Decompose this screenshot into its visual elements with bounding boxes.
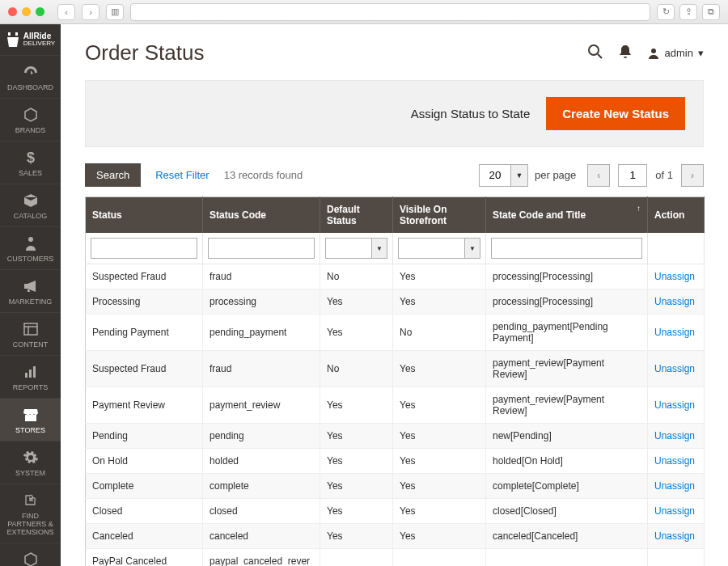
table-row[interactable]: PendingpendingYesYesnew[Pending]Unassign [86, 424, 705, 449]
sidebar-item-dashboard[interactable]: DASHBOARD [0, 55, 61, 98]
table-row[interactable]: Suspected FraudfraudNoYespayment_review[… [86, 351, 705, 387]
cell-status: Processing [86, 289, 203, 315]
unassign-link[interactable]: Unassign [654, 530, 695, 542]
search-icon[interactable] [587, 44, 603, 62]
table-row[interactable]: Pending Paymentpending_paymentYesNopendi… [86, 315, 705, 351]
minimize-window-icon[interactable] [22, 7, 31, 16]
admin-user-menu[interactable]: admin ▾ [647, 47, 704, 60]
reload-button[interactable]: ↻ [657, 4, 675, 20]
table-row[interactable]: ClosedclosedYesYesclosed[Closed]Unassign [86, 499, 705, 524]
cell-status: On Hold [86, 449, 203, 474]
per-page-input[interactable] [479, 164, 511, 187]
tabs-button[interactable]: ⧉ [702, 4, 720, 20]
per-page-dropdown[interactable]: ▼ [510, 164, 528, 187]
sidebar-item-find-partners-extensions[interactable]: FIND PARTNERS & EXTENSIONS [0, 484, 61, 543]
reset-filter-link[interactable]: Reset Filter [155, 169, 209, 181]
table-row[interactable]: ProcessingprocessingYesYesprocessing[Pro… [86, 289, 705, 315]
create-new-status-button[interactable]: Create New Status [546, 97, 685, 130]
person-icon [2, 235, 59, 251]
cell-default: No [320, 264, 393, 289]
sidebar-item-brands[interactable]: BRANDS [0, 98, 61, 141]
cell-status: Suspected Fraud [86, 264, 203, 289]
sidebar-item-stores[interactable]: STORES [0, 398, 61, 441]
filter-status-input[interactable] [91, 238, 197, 259]
sidebar-item-marketing[interactable]: MARKETING [0, 269, 61, 312]
next-page-button[interactable]: › [681, 164, 704, 187]
unassign-link[interactable]: Unassign [654, 327, 695, 338]
maximize-window-icon[interactable] [36, 7, 44, 16]
assign-status-button[interactable]: Assign Status to State [411, 107, 531, 120]
unassign-link[interactable]: Unassign [654, 271, 695, 282]
back-button[interactable]: ‹ [57, 4, 75, 20]
page-input[interactable] [618, 164, 647, 187]
sidebar-toggle-button[interactable]: ▥ [106, 4, 124, 20]
filter-default-dropdown[interactable]: ▼ [371, 238, 387, 259]
cell-code: closed [203, 499, 320, 524]
sidebar-item-system[interactable]: SYSTEM [0, 441, 61, 484]
cell-state: payment_review[Payment Review] [486, 351, 648, 387]
col-header-default-status[interactable]: Default Status [320, 197, 393, 234]
table-row[interactable]: PayPal Canceled Reversalpaypal_canceled_… [86, 549, 705, 567]
col-header-visible[interactable]: Visible On Storefront [393, 197, 486, 234]
browser-chrome: ‹ › ▥ ↻ ⇪ ⧉ [0, 0, 728, 24]
search-button[interactable]: Search [85, 163, 141, 187]
table-row[interactable]: On HoldholdedYesYesholded[On Hold]Unassi… [86, 449, 705, 474]
layout-icon [2, 321, 59, 337]
col-header-status[interactable]: Status [86, 197, 203, 234]
cell-default: Yes [320, 424, 393, 449]
table-row[interactable]: CompletecompleteYesYescomplete[Complete]… [86, 474, 705, 499]
grid-toolbar: Search Reset Filter 13 records found ▼ p… [85, 163, 704, 187]
sidebar-item-sales[interactable]: $SALES [0, 141, 61, 184]
close-window-icon[interactable] [8, 7, 17, 16]
prev-page-button[interactable]: ‹ [587, 164, 610, 187]
filter-state-input[interactable] [491, 238, 642, 259]
puzzle-icon [2, 492, 59, 509]
hex-icon [2, 551, 59, 566]
sidebar-item-customers[interactable]: CUSTOMERS [0, 226, 61, 269]
unassign-link[interactable]: Unassign [654, 430, 695, 441]
unassign-link[interactable]: Unassign [654, 296, 695, 307]
sidebar-item-label: DASHBOARD [2, 83, 59, 91]
unassign-link[interactable]: Unassign [654, 455, 695, 467]
cell-code: paypal_canceled_reversal [203, 549, 320, 567]
unassign-link[interactable]: Unassign [654, 399, 695, 411]
sidebar-item-reports[interactable]: REPORTS [0, 355, 61, 398]
filter-visible-input[interactable] [398, 238, 464, 259]
sidebar-item-label: FIND PARTNERS & EXTENSIONS [2, 512, 59, 536]
cell-action: Unassign [648, 387, 705, 424]
col-header-status-code[interactable]: Status Code [203, 197, 320, 234]
sidebar-item-deliveryzipco[interactable]: DELIVERYZIPCO [0, 543, 61, 566]
cell-default: Yes [320, 474, 393, 499]
notifications-icon[interactable] [618, 44, 633, 61]
filter-default-input[interactable] [325, 238, 371, 259]
forward-button[interactable]: › [82, 4, 99, 20]
svg-rect-6 [29, 370, 32, 378]
cell-status: Pending [86, 424, 203, 449]
brand-logo[interactable]: AllRideDELIVERY [0, 24, 61, 55]
filter-visible-dropdown[interactable]: ▼ [464, 238, 480, 259]
table-row[interactable]: Suspected FraudfraudNoYesprocessing[Proc… [86, 264, 705, 289]
sidebar-item-label: MARKETING [2, 298, 59, 306]
address-bar[interactable] [130, 3, 650, 21]
cell-state: new[Pending] [486, 424, 648, 449]
cell-state: holded[On Hold] [486, 449, 648, 474]
cell-status: Payment Review [86, 387, 203, 424]
unassign-link[interactable]: Unassign [654, 480, 695, 492]
col-header-state[interactable]: State Code and Title↑ [486, 197, 648, 234]
cell-default: Yes [320, 499, 393, 524]
table-row[interactable]: CanceledcanceledYesYescanceled[Canceled]… [86, 524, 705, 549]
cell-code: holded [203, 449, 320, 474]
unassign-link[interactable]: Unassign [654, 363, 695, 374]
cell-status: PayPal Canceled Reversal [86, 549, 203, 567]
cell-visible: Yes [393, 524, 486, 549]
sidebar-item-content[interactable]: CONTENT [0, 312, 61, 355]
sidebar-item-label: STORES [2, 426, 59, 434]
sidebar-item-catalog[interactable]: CATALOG [0, 184, 61, 226]
admin-sidebar: AllRideDELIVERY DASHBOARDBRANDS$SALESCAT… [0, 24, 61, 566]
svg-point-8 [589, 45, 599, 55]
filter-code-input[interactable] [208, 238, 315, 259]
share-button[interactable]: ⇪ [679, 4, 697, 20]
cell-code: canceled [203, 524, 320, 549]
unassign-link[interactable]: Unassign [654, 505, 695, 517]
table-row[interactable]: Payment Reviewpayment_reviewYesYespaymen… [86, 387, 705, 424]
